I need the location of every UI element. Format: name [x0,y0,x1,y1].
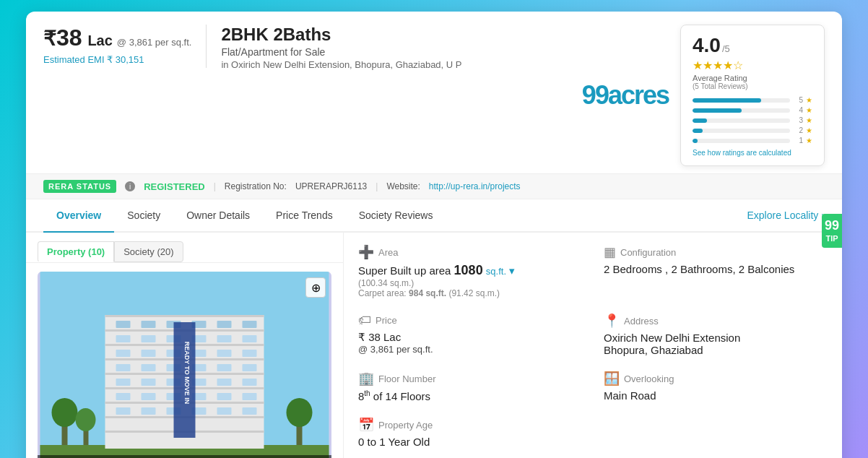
svg-rect-43 [243,379,257,386]
svg-rect-37 [243,364,257,371]
logo-text: 99acres [582,80,669,110]
see-how-link[interactable]: See how ratings are calculated [693,149,812,157]
bar-fill [693,98,761,103]
image-zoom-button[interactable]: ⊕ [305,277,326,298]
floor-detail: 🏢 Floor Number 8th of 14 Floors [358,371,582,402]
tab-society-reviews[interactable]: Society Reviews [346,199,446,233]
tab-owner-details[interactable]: Owner Details [173,199,263,233]
svg-rect-15 [142,321,156,328]
address-label: Address [624,316,659,327]
tab-society-photos[interactable]: Society (20) [114,241,183,262]
svg-rect-48 [217,393,232,400]
config-icon: ▦ [604,244,616,260]
content-area: Property (10) Society (20) [26,233,842,458]
left-panel: Property (10) Society (20) [26,233,344,458]
bar-star-icon: ★ [806,137,812,144]
address-header: 📍 Address [604,313,828,329]
overlooking-value: Main Road [604,389,828,402]
tip-badge[interactable]: 99 TIP [822,214,842,248]
tab-overview[interactable]: Overview [43,199,114,233]
rera-website[interactable]: http://up-rera.in/projects [429,181,521,191]
tab-explore-locality[interactable]: Explore Locality › [747,209,825,221]
svg-rect-19 [243,321,257,328]
rating-bar-row: 4 ★ [693,106,812,114]
property-header: ₹38 Lac@ 3,861 per sq.ft. Estimated EMI … [26,12,842,174]
bar-fill [693,118,707,123]
rera-info-icon[interactable]: i [125,181,135,191]
tip-number: 99 [825,218,839,234]
bar-star-number: 4 [793,106,803,114]
price-block: ₹38 Lac@ 3,861 per sq.ft. Estimated EMI … [43,25,191,65]
tab-property[interactable]: Property (10) [38,241,114,262]
price-icon: 🏷 [358,313,371,328]
svg-rect-24 [217,335,232,342]
price-detail: 🏷 Price ₹ 38 Lac @ 3,861 per sq.ft. [358,313,582,356]
svg-rect-20 [116,335,131,342]
overlooking-header: 🪟 Overlooking [604,371,828,386]
floor-icon: 🏢 [358,371,374,386]
price-per-sqft: @ 3,861 per sq.ft. [358,344,582,355]
bar-star-icon: ★ [806,106,812,114]
price-amount: 38 [56,25,82,51]
svg-rect-38 [116,379,131,386]
rating-bars: 5 ★ 4 ★ 3 ★ 2 ★ 1 ★ [693,96,812,144]
right-panel: ➕ Area Super Built up area 1080 sq.ft. ▾… [344,233,842,458]
rating-bar-row: 5 ★ [693,96,812,104]
price-label: Price [376,315,397,326]
sqft-link[interactable]: sq.ft. [486,266,506,277]
rera-badge: RERA STATUS [43,180,116,193]
age-icon: 📅 [358,417,374,433]
address-detail: 📍 Address Oxirich New Delhi Extension Bh… [604,313,828,356]
property-info: 2BHK 2Baths Flat/Apartment for Sale in O… [221,25,581,70]
tab-price-trends[interactable]: Price Trends [263,199,346,233]
rating-score: 4.0 [693,34,721,57]
photo-label: 📷 Photos (1/10) [38,455,331,458]
rupee-symbol: ₹ [43,27,56,50]
floor-value: 8th of 14 Floors [358,389,582,402]
overlooking-label: Overlooking [624,373,674,384]
rera-reg-no: UPRERAPRJ6113 [295,181,367,191]
svg-point-61 [76,408,96,431]
rera-status: REGISTERED [144,181,205,192]
bar-track [693,139,790,143]
bar-fill [693,129,703,133]
age-label: Property Age [378,420,433,431]
bar-star-icon: ★ [806,96,812,104]
bar-track [693,129,790,133]
rating-outof: /5 [722,43,730,54]
svg-rect-45 [142,393,156,400]
svg-rect-51 [142,407,156,415]
svg-rect-31 [243,350,257,357]
config-header: ▦ Configuration [604,244,828,260]
area-value: Super Built up area 1080 sq.ft. ▾ [358,263,582,278]
svg-rect-30 [217,350,232,357]
dropdown-icon[interactable]: ▾ [509,264,515,277]
building-image: READY TO MOVE IN [38,272,331,458]
bar-star-icon: ★ [806,116,812,124]
address-line1: Oxirich New Delhi Extension [604,332,828,344]
bar-star-number: 3 [793,116,803,124]
svg-rect-39 [142,379,156,386]
svg-rect-14 [116,321,131,328]
svg-rect-36 [217,364,232,371]
tab-society[interactable]: Society [114,199,173,233]
rera-bar: RERA STATUS i REGISTERED | Registration … [26,174,842,199]
svg-rect-49 [243,393,257,400]
bar-star-number: 5 [793,96,803,104]
bar-star-icon: ★ [806,126,812,134]
property-title: 2BHK 2Baths [221,25,581,45]
nav-tabs: Overview Society Owner Details Price Tre… [26,199,842,233]
bar-star-number: 2 [793,126,803,134]
configuration-detail: ▦ Configuration 2 Bedrooms , 2 Bathrooms… [604,244,828,298]
overlooking-detail: 🪟 Overlooking Main Road [604,371,828,402]
config-value: 2 Bedrooms , 2 Bathrooms, 2 Balconies [604,263,828,275]
area-label: Area [378,247,398,258]
price-header: 🏷 Price [358,313,582,328]
svg-rect-54 [217,407,232,415]
property-age-detail: 📅 Property Age 0 to 1 Year Old [358,417,582,448]
svg-rect-26 [116,350,131,357]
svg-rect-21 [142,335,156,342]
area-header: ➕ Area [358,244,582,260]
bar-track [693,98,790,103]
review-count: (5 Total Reviews) [693,82,812,90]
